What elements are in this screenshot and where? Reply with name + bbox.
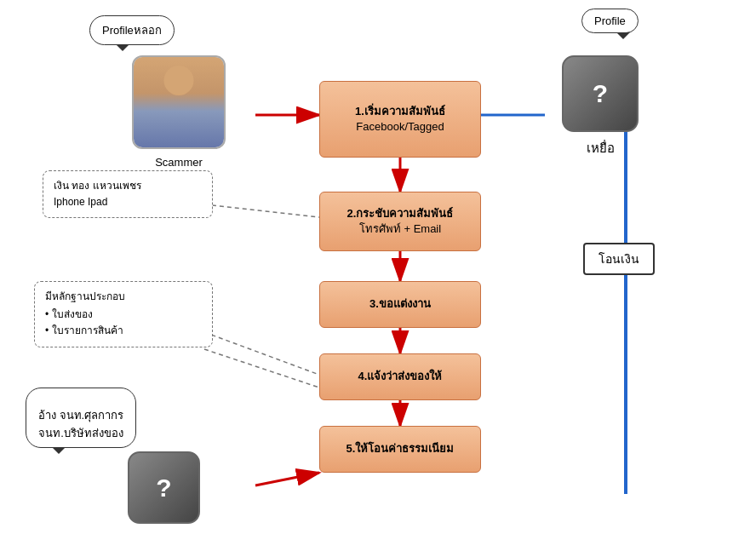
transfer-box: โอนเงิน	[583, 243, 655, 275]
step4-box: 4.แจ้งว่าส่งของให้	[319, 353, 481, 400]
step3-box: 3.ขอแต่งงาน	[319, 281, 481, 328]
bottom-scammer-icon: ?	[128, 451, 200, 524]
goods-box: เงิน ทอง แหวนเพชร Iphone Ipad	[43, 170, 213, 218]
bubble-profile-hook: Profileหลอก	[89, 15, 175, 45]
scammer-photo	[132, 55, 226, 149]
victim-icon: ?	[562, 55, 639, 132]
bubble-profile-top: Profile	[581, 9, 639, 33]
svg-line-10	[255, 473, 319, 485]
diagram-container: Profileหลอก Profile Scammer ? เหยื่อ โอน…	[0, 0, 756, 534]
svg-line-13	[204, 349, 319, 388]
svg-line-12	[204, 332, 319, 375]
docs-box: มีหลักฐานประกอบ • ใบส่งของ • ใบรายการสิน…	[34, 281, 213, 347]
svg-line-11	[204, 204, 319, 217]
victim-label: เหยื่อ	[562, 138, 639, 158]
scammer-label: Scammer	[132, 156, 226, 169]
step1-box: 1.เริ่มความสัมพันธ์ Facebook/Tagged	[319, 81, 481, 158]
bubble-claim: อ้าง จนท.ศุลกากร จนท.บริษัทส่งของ	[26, 388, 136, 448]
step5-box: 5.ให้โอนค่าธรรมเนียม	[319, 426, 481, 473]
step2-box: 2.กระชับความสัมพันธ์ โทรศัพท์ + Email	[319, 192, 481, 251]
person-face	[134, 57, 224, 147]
